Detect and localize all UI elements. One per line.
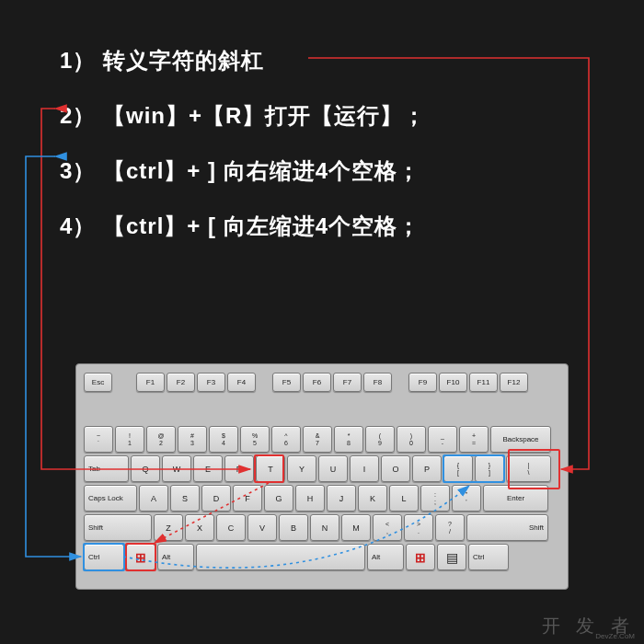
key-f6: F6 xyxy=(303,373,331,392)
key-7: &7 xyxy=(303,426,332,453)
key-f: F xyxy=(233,485,262,512)
key-f12: F12 xyxy=(500,373,528,392)
key-d: D xyxy=(201,485,231,512)
key-f9: F9 xyxy=(408,373,437,392)
key-z: Z xyxy=(154,514,183,541)
key-enter: Enter xyxy=(483,485,548,512)
key-n: N xyxy=(310,514,339,541)
key-left-alt: Alt xyxy=(157,544,194,570)
key-f11: F11 xyxy=(469,373,498,392)
key-f5: F5 xyxy=(272,373,301,392)
key-tab: Tab xyxy=(84,455,129,482)
key-x: X xyxy=(185,514,214,541)
key-j: J xyxy=(327,485,356,512)
key-v: V xyxy=(247,514,277,541)
key-f7: F7 xyxy=(333,373,362,392)
key-6: ^6 xyxy=(271,426,301,453)
keyboard-diagram: Esc F1 F2 F3 F4 F5 F6 F7 F8 F9 F10 F11 F… xyxy=(75,363,569,590)
key-left-bracket: {[ xyxy=(443,455,473,482)
key-y: Y xyxy=(287,455,316,482)
key-o: O xyxy=(381,455,410,482)
key-comma: <, xyxy=(373,514,402,541)
key-space xyxy=(196,544,365,570)
key-i: I xyxy=(350,455,379,482)
key-l: L xyxy=(389,485,419,512)
key-8: *8 xyxy=(334,426,363,453)
key-period: >. xyxy=(404,514,433,541)
key-left-win: ⊞ xyxy=(126,544,155,570)
key-b: B xyxy=(279,514,308,541)
instruction-list: 1） 转义字符的斜杠 2） 【win】+【R】打开【运行】； 3） 【ctrl】… xyxy=(60,46,584,267)
key-f10: F10 xyxy=(439,373,467,392)
key-t: T xyxy=(256,455,285,482)
key-f3: F3 xyxy=(197,373,225,392)
key-right-ctrl: Ctrl xyxy=(468,544,509,570)
key-e: E xyxy=(193,455,223,482)
key-9: (9 xyxy=(365,426,395,453)
key-right-bracket: }] xyxy=(475,455,504,482)
key-left-shift: Shift xyxy=(84,514,152,541)
key-right-win: ⊞ xyxy=(406,544,435,570)
key-backspace: Backspace xyxy=(490,426,551,453)
key-quote: "' xyxy=(452,485,481,512)
windows-icon: ⊞ xyxy=(415,550,426,565)
windows-icon: ⊞ xyxy=(135,550,146,565)
key-2: @2 xyxy=(146,426,176,453)
key-right-shift: Shift xyxy=(466,514,548,541)
watermark-url: DevZe.CoM xyxy=(595,632,635,640)
key-1: !1 xyxy=(115,426,144,453)
key-f2: F2 xyxy=(167,373,195,392)
key-3: #3 xyxy=(178,426,207,453)
instruction-3: 3） 【ctrl】+ ] 向右缩进4个空格； xyxy=(60,156,584,186)
key-0: )0 xyxy=(397,426,426,453)
key-q: Q xyxy=(131,455,160,482)
key-f1: F1 xyxy=(136,373,165,392)
key-r: R xyxy=(224,455,254,482)
key-backtick: ~` xyxy=(84,426,113,453)
key-right-alt: Alt xyxy=(367,544,404,570)
key-4: $4 xyxy=(209,426,238,453)
key-esc: Esc xyxy=(84,373,112,392)
key-w: W xyxy=(162,455,191,482)
key-f8: F8 xyxy=(363,373,392,392)
key-m: M xyxy=(341,514,371,541)
key-minus: _- xyxy=(428,426,457,453)
key-f4: F4 xyxy=(227,373,256,392)
instruction-4: 4） 【ctrl】+ [ 向左缩进4个空格； xyxy=(60,212,584,241)
key-equals: += xyxy=(459,426,489,453)
key-s: S xyxy=(170,485,200,512)
key-h: H xyxy=(295,485,325,512)
key-p: P xyxy=(412,455,442,482)
instruction-2: 2） 【win】+【R】打开【运行】； xyxy=(60,101,584,131)
key-capslock: Caps Lock xyxy=(84,485,137,512)
key-menu: ▤ xyxy=(437,544,466,570)
key-c: C xyxy=(216,514,246,541)
key-slash: ?/ xyxy=(435,514,465,541)
instruction-1: 1） 转义字符的斜杠 xyxy=(60,46,584,75)
key-g: G xyxy=(264,485,293,512)
key-a: A xyxy=(139,485,168,512)
key-semicolon: :; xyxy=(420,485,450,512)
key-5: %5 xyxy=(240,426,270,453)
key-k: K xyxy=(358,485,387,512)
key-u: U xyxy=(318,455,348,482)
key-backslash: |\ xyxy=(506,455,551,482)
key-left-ctrl: Ctrl xyxy=(84,544,124,570)
